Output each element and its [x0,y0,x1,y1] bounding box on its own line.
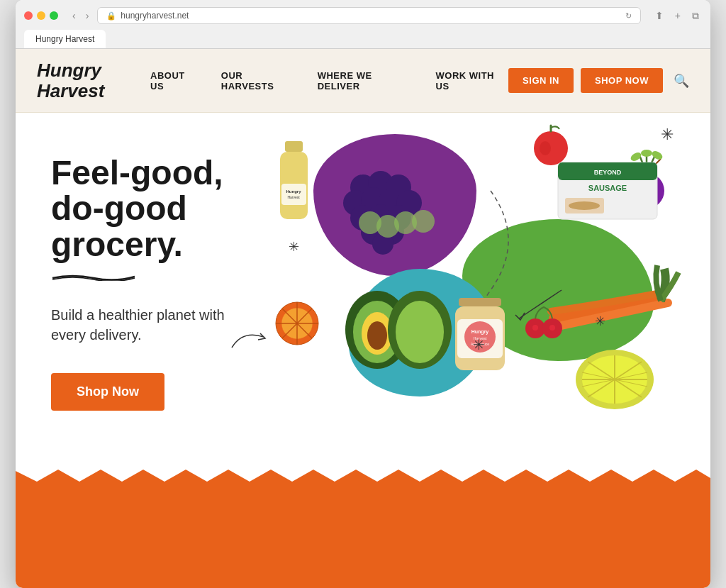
refresh-icon[interactable]: ↻ [625,11,632,21]
nav-work-with-us[interactable]: WORK WITH US [436,70,509,91]
shop-now-hero-button[interactable]: Shop Now [51,373,164,411]
sparkle-top-right: ✳ [661,126,674,144]
traffic-lights [24,11,58,20]
tabs-button[interactable]: ⧉ [689,9,702,23]
svg-text:Hungry: Hungry [286,189,302,194]
hero-left: Feel-good, do-good grocery. Build a heal… [16,113,257,482]
lock-icon: 🔒 [106,11,116,21]
search-icon: 🔍 [674,74,689,88]
arrow-decoration [228,323,271,354]
svg-rect-51 [459,298,501,306]
share-button[interactable]: ⬆ [652,9,666,23]
carrots [547,262,689,343]
maximize-button[interactable] [50,11,58,20]
bottle: Hungry Harvest [267,134,320,236]
nav-header: Hungry Harvest ABOUT US OUR HARVESTS WHE… [16,49,710,113]
browser-chrome: ‹ › 🔒 hungryharvest.net ↻ ⬆ + ⧉ Hungry H… [16,0,710,49]
underline-svg [51,272,136,281]
sausage-box: BEYOND SAUSAGE [554,152,661,233]
svg-point-29 [540,141,551,155]
back-button[interactable]: ‹ [69,9,79,23]
hero-subtext: Build a healthier planet with every deli… [51,305,228,345]
logo-line2: Harvest [37,80,104,101]
cherries [523,301,565,343]
url-text: hungryharvest.net [121,11,189,21]
svg-text:Hungry: Hungry [471,329,489,335]
tab-label: Hungry Harvest [35,34,94,44]
nav-actions: SIGN IN SHOP NOW 🔍 [508,68,689,93]
browser-controls: ‹ › [69,9,91,23]
signin-button[interactable]: SIGN IN [508,68,574,93]
orange-slice [274,301,320,350]
nav-about-us[interactable]: ABOUT US [150,70,200,91]
svg-point-48 [367,321,387,350]
orange-footer [16,482,710,588]
svg-text:BEYOND: BEYOND [594,169,622,176]
forward-button[interactable]: › [83,9,92,23]
svg-point-61 [549,325,555,331]
logo[interactable]: Hungry Harvest [37,60,122,101]
browser-tab[interactable]: Hungry Harvest [24,30,106,48]
nav-links: ABOUT US OUR HARVESTS WHERE WE DELIVER W… [150,70,508,91]
new-tab-button[interactable]: + [672,9,683,23]
grapes [320,159,455,261]
nav-our-harvests[interactable]: OUR HARVESTS [221,70,296,91]
svg-point-60 [532,325,538,331]
website: Hungry Harvest ABOUT US OUR HARVESTS WHE… [16,49,710,588]
address-bar[interactable]: 🔒 hungryharvest.net ↻ [97,7,640,24]
svg-point-44 [569,201,600,210]
sparkle-bottom-right: ✳ [595,314,605,329]
underline-decoration [51,271,228,284]
hero-section: Feel-good, do-good grocery. Build a heal… [16,113,710,482]
lemon [572,340,657,414]
svg-text:SAUSAGE: SAUSAGE [588,184,627,192]
svg-rect-6 [285,141,303,152]
search-button[interactable]: 🔍 [674,73,689,89]
nav-where-we-deliver[interactable]: WHERE WE DELIVER [318,70,415,91]
logo-line1: Hungry [37,60,101,81]
minimize-button[interactable] [37,11,45,20]
hero-right: Hungry Harvest [257,113,710,482]
sparkle-bottom-left: ✳ [289,239,299,255]
svg-point-27 [412,210,435,233]
shopnow-nav-button[interactable]: SHOP NOW [581,68,663,93]
browser-actions: ⬆ + ⧉ [652,9,702,23]
svg-text:Harvest: Harvest [287,195,300,199]
close-button[interactable] [24,11,33,20]
browser-titlebar: ‹ › 🔒 hungryharvest.net ↻ ⬆ + ⧉ [24,7,702,24]
hero-headline: Feel-good, do-good grocery. [51,155,228,262]
svg-rect-8 [281,184,306,205]
browser-window: ‹ › 🔒 hungryharvest.net ↻ ⬆ + ⧉ Hungry H… [16,0,710,588]
sparkle-middle: ✳ [473,336,485,353]
svg-point-50 [396,301,444,363]
